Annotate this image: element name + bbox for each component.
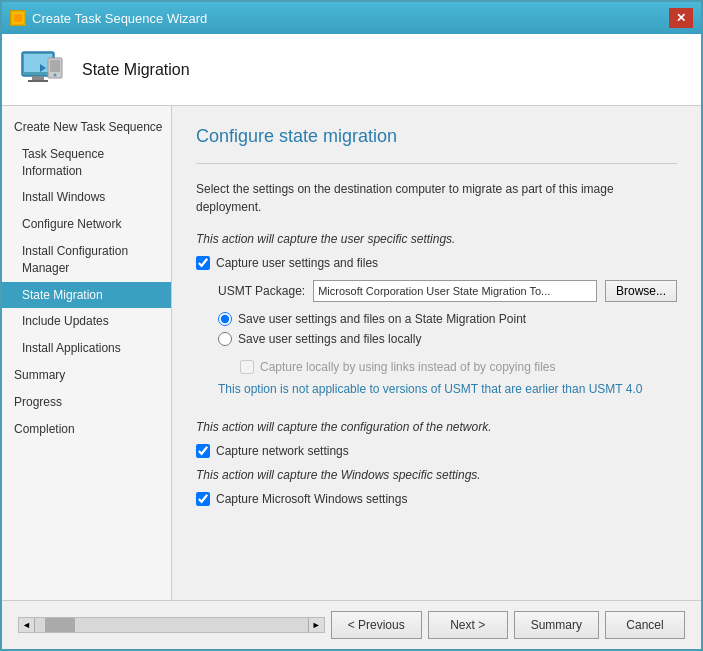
sidebar-item-install-windows[interactable]: Install Windows xyxy=(2,184,171,211)
svg-rect-5 xyxy=(28,80,48,82)
capture-windows-checkbox[interactable] xyxy=(196,492,210,506)
state-migration-icon xyxy=(18,46,66,94)
main-area: Create New Task Sequence Task Sequence I… xyxy=(2,106,701,600)
svg-rect-7 xyxy=(50,60,60,72)
sidebar-item-progress[interactable]: Progress xyxy=(2,389,171,416)
sidebar-item-install-applications[interactable]: Install Applications xyxy=(2,335,171,362)
sidebar-item-include-updates[interactable]: Include Updates xyxy=(2,308,171,335)
sidebar-item-configure-network[interactable]: Configure Network xyxy=(2,211,171,238)
scroll-right-button[interactable]: ► xyxy=(308,618,324,632)
browse-button[interactable]: Browse... xyxy=(605,280,677,302)
radio-option1-row: Save user settings and files on a State … xyxy=(218,312,677,326)
sidebar-item-task-sequence-info[interactable]: Task Sequence Information xyxy=(2,141,171,185)
sidebar-item-state-migration[interactable]: State Migration xyxy=(2,282,171,309)
usmt-info-text: This option is not applicable to version… xyxy=(218,382,677,396)
window-title: Create Task Sequence Wizard xyxy=(32,11,207,26)
sidebar-item-completion[interactable]: Completion xyxy=(2,416,171,443)
capture-network-checkbox[interactable] xyxy=(196,444,210,458)
capture-user-checkbox[interactable] xyxy=(196,256,210,270)
usmt-input[interactable] xyxy=(313,280,597,302)
capture-windows-row: Capture Microsoft Windows settings xyxy=(196,492,677,506)
previous-button[interactable]: < Previous xyxy=(331,611,422,639)
network-section-label: This action will capture the configurati… xyxy=(196,420,677,434)
header-title: State Migration xyxy=(82,61,190,79)
content-area: Configure state migration Select the set… xyxy=(172,106,701,600)
radio-option2-row: Save user settings and files locally xyxy=(218,332,677,346)
radio-option2-label[interactable]: Save user settings and files locally xyxy=(238,332,421,346)
capture-user-label[interactable]: Capture user settings and files xyxy=(216,256,378,270)
summary-button[interactable]: Summary xyxy=(514,611,599,639)
footer-area: ◄ ► < Previous Next > Summary Cancel xyxy=(2,600,701,649)
radio-save-locally[interactable] xyxy=(218,332,232,346)
capture-locally-row: Capture locally by using links instead o… xyxy=(240,360,677,374)
scrollbar-track xyxy=(35,618,308,632)
network-section: This action will capture the configurati… xyxy=(196,420,677,516)
capture-locally-checkbox xyxy=(240,360,254,374)
scroll-left-button[interactable]: ◄ xyxy=(19,618,35,632)
capture-windows-label[interactable]: Capture Microsoft Windows settings xyxy=(216,492,407,506)
svg-rect-4 xyxy=(32,76,44,80)
title-bar: Create Task Sequence Wizard ✕ xyxy=(2,2,701,34)
capture-user-row: Capture user settings and files xyxy=(196,256,677,270)
usmt-row: USMT Package: Browse... xyxy=(218,280,677,302)
content-title: Configure state migration xyxy=(196,126,677,147)
next-button[interactable]: Next > xyxy=(428,611,508,639)
capture-locally-label: Capture locally by using links instead o… xyxy=(260,360,556,374)
radio-group: Save user settings and files on a State … xyxy=(218,312,677,352)
sidebar-item-install-config-mgr[interactable]: Install Configuration Manager xyxy=(2,238,171,282)
main-window: Create Task Sequence Wizard ✕ State Migr… xyxy=(0,0,703,651)
svg-rect-1 xyxy=(14,14,23,23)
window-icon xyxy=(10,10,26,26)
user-section-label: This action will capture the user specif… xyxy=(196,232,677,246)
title-bar-left: Create Task Sequence Wizard xyxy=(10,10,207,26)
svg-point-8 xyxy=(54,73,57,76)
radio-option1-label[interactable]: Save user settings and files on a State … xyxy=(238,312,526,326)
close-button[interactable]: ✕ xyxy=(669,8,693,28)
sidebar: Create New Task Sequence Task Sequence I… xyxy=(2,106,172,600)
cancel-button[interactable]: Cancel xyxy=(605,611,685,639)
radio-state-migration-point[interactable] xyxy=(218,312,232,326)
sidebar-item-summary[interactable]: Summary xyxy=(2,362,171,389)
capture-network-label[interactable]: Capture network settings xyxy=(216,444,349,458)
header-area: State Migration xyxy=(2,34,701,106)
windows-section-label: This action will capture the Windows spe… xyxy=(196,468,677,482)
capture-network-row: Capture network settings xyxy=(196,444,677,458)
horizontal-scrollbar[interactable]: ◄ ► xyxy=(18,617,325,633)
usmt-label: USMT Package: xyxy=(218,284,305,298)
scrollbar-thumb[interactable] xyxy=(45,618,75,632)
sidebar-item-create-task-sequence[interactable]: Create New Task Sequence xyxy=(2,114,171,141)
separator xyxy=(196,163,677,164)
description-text: Select the settings on the destination c… xyxy=(196,180,677,216)
